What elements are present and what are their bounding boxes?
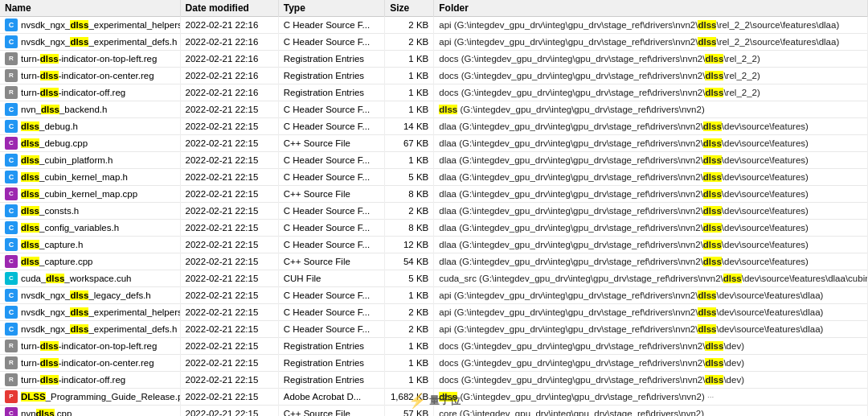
cell-folder: dlaa (G:\integdev_gpu_drv\integ\gpu_drv\… xyxy=(434,237,868,253)
cell-type: CUH File xyxy=(278,270,384,287)
cell-name: C nvsdk_ngx_dlss_experimental_defs.h xyxy=(0,321,180,338)
table-row[interactable]: R turn-dlss-indicator-on-top-left.reg 20… xyxy=(0,338,868,355)
file-name: turn-dlss-indicator-on-center.reg xyxy=(21,71,154,80)
cell-size: 57 KB xyxy=(385,406,434,417)
file-name: dlss_cubin_kernel_map.cpp xyxy=(21,189,137,199)
table-row[interactable]: C nvsdk_ngx_dlss_experimental_defs.h 202… xyxy=(0,34,868,51)
table-row[interactable]: C dlss_cubin_kernel_map.h 2022-02-21 22:… xyxy=(0,169,868,186)
table-row[interactable]: P DLSS_Programming_Guide_Release.pdf 202… xyxy=(0,389,868,406)
cell-size: 1 KB xyxy=(385,68,434,84)
cell-date: 2022-02-21 22:15 xyxy=(180,101,278,118)
table-row[interactable]: R turn-dlss-indicator-on-center.reg 2022… xyxy=(0,355,868,372)
folder-highlight: dlss xyxy=(698,20,716,30)
file-name: nvndlss.cpp xyxy=(21,409,72,416)
file-icon-group: C dlss_cubin_kernel_map.cpp xyxy=(5,187,137,200)
file-icon-group: C dlss_debug.h xyxy=(5,120,78,133)
cell-type: C Header Source F... xyxy=(278,169,384,186)
header-folder[interactable]: Folder xyxy=(434,0,868,17)
file-icon-group: C nvsdk_ngx_dlss_experimental_defs.h xyxy=(5,35,177,48)
cell-name: C nvsdk_ngx_dlss_experimental_defs.h xyxy=(0,34,180,51)
name-highlight: dlss xyxy=(21,206,39,216)
table-row[interactable]: C dlss_consts.h 2022-02-21 22:15C Header… xyxy=(0,203,868,220)
cell-date: 2022-02-21 22:16 xyxy=(180,68,278,84)
cuh-icon: C xyxy=(5,272,18,285)
cell-size: 1 KB xyxy=(385,51,434,68)
table-row[interactable]: C dlss_debug.cpp 2022-02-21 22:15C++ Sou… xyxy=(0,135,868,152)
cell-folder: dlaa (G:\integdev_gpu_drv\integ\gpu_drv\… xyxy=(434,152,868,169)
file-name: turn-dlss-indicator-off.reg xyxy=(21,88,125,97)
name-prefix: turn- xyxy=(21,88,40,97)
folder-highlight: dlss xyxy=(705,88,723,97)
cell-folder: dlss (G:\integdev_gpu_drv\integ\gpu_drv\… xyxy=(434,101,868,118)
table-row[interactable]: C dlss_capture.h 2022-02-21 22:15C Heade… xyxy=(0,237,868,253)
table-row[interactable]: C nvn_dlss_backend.h 2022-02-21 22:15C H… xyxy=(0,101,868,118)
reg-icon: R xyxy=(5,373,18,386)
table-row[interactable]: C dlss_debug.h 2022-02-21 22:15C Header … xyxy=(0,118,868,135)
table-row[interactable]: C nvsdk_ngx_dlss_experimental_defs.h 202… xyxy=(0,321,868,338)
cell-type: Registration Entries xyxy=(278,51,384,68)
cell-date: 2022-02-21 22:15 xyxy=(180,389,278,406)
cell-folder: dlaa (G:\integdev_gpu_drv\integ\gpu_drv\… xyxy=(434,135,868,152)
table-row[interactable]: C dlss_config_variables.h 2022-02-21 22:… xyxy=(0,220,868,237)
cell-size: 2 KB xyxy=(385,203,434,220)
file-name: turn-dlss-indicator-off.reg xyxy=(21,375,125,385)
cell-name: R turn-dlss-indicator-on-center.reg xyxy=(0,355,180,372)
table-row[interactable]: C cuda_dlss_workspace.cuh 2022-02-21 22:… xyxy=(0,270,868,287)
table-row[interactable]: R turn-dlss-indicator-off.reg 2022-02-21… xyxy=(0,84,868,101)
name-suffix: _cubin_kernel_map.cpp xyxy=(39,189,137,199)
cell-type: C Header Source F... xyxy=(278,17,384,34)
name-highlight: dlss xyxy=(21,257,39,266)
table-row[interactable]: C dlss_cubin_kernel_map.cpp 2022-02-21 2… xyxy=(0,186,868,203)
table-row[interactable]: C nvndlss.cpp 2022-02-21 22:15C++ Source… xyxy=(0,406,868,417)
cell-type: C Header Source F... xyxy=(278,304,384,321)
folder-highlight: dlss xyxy=(703,240,722,249)
name-suffix: _consts.h xyxy=(39,206,79,216)
folder-highlight: dlss xyxy=(703,172,722,182)
c-icon: C xyxy=(5,35,18,48)
table-row[interactable]: R turn-dlss-indicator-on-center.reg 2022… xyxy=(0,68,868,84)
cell-type: Registration Entries xyxy=(278,372,384,389)
file-name: nvsdk_ngx_dlss_experimental_defs.h xyxy=(21,37,177,47)
cell-size: 1 KB xyxy=(385,372,434,389)
file-icon-group: R turn-dlss-indicator-off.reg xyxy=(5,86,125,99)
c-icon: C xyxy=(5,171,18,183)
name-prefix: turn- xyxy=(21,54,40,64)
table-row[interactable]: R turn-dlss-indicator-on-top-left.reg 20… xyxy=(0,51,868,68)
table-row[interactable]: C nvsdk_ngx_dlss_experimental_helpers.h … xyxy=(0,17,868,34)
header-date[interactable]: Date modified xyxy=(180,0,278,17)
file-icon-group: R turn-dlss-indicator-on-top-left.reg xyxy=(5,340,157,352)
cell-type: C++ Source File xyxy=(278,406,384,417)
name-highlight: dlss xyxy=(70,307,88,317)
name-highlight: dlss xyxy=(40,358,59,368)
table-row[interactable]: R turn-dlss-indicator-off.reg 2022-02-21… xyxy=(0,372,868,389)
table-row[interactable]: C nvsdk_ngx_dlss_legacy_defs.h 2022-02-2… xyxy=(0,287,868,304)
cell-date: 2022-02-21 22:15 xyxy=(180,186,278,203)
cell-date: 2022-02-21 22:16 xyxy=(180,17,278,34)
file-name: dlss_consts.h xyxy=(21,206,79,216)
reg-icon: R xyxy=(5,69,18,82)
cell-size: 5 KB xyxy=(385,270,434,287)
cell-name: C dlss_cubin_kernel_map.cpp xyxy=(0,186,180,203)
file-icon-group: C dlss_cubin_kernel_map.h xyxy=(5,171,128,183)
folder-highlight: dlss xyxy=(703,155,722,165)
table-row[interactable]: C dlss_cubin_platform.h 2022-02-21 22:15… xyxy=(0,152,868,169)
name-highlight: dlss xyxy=(21,172,39,182)
file-name: dlss_debug.h xyxy=(21,122,78,131)
name-highlight: dlss xyxy=(41,105,59,114)
header-name[interactable]: Name xyxy=(0,0,180,17)
name-highlight: dlss xyxy=(70,290,88,300)
name-suffix: _workspace.cuh xyxy=(64,274,131,283)
table-row[interactable]: C dlss_capture.cpp 2022-02-21 22:15C++ S… xyxy=(0,253,868,270)
name-highlight: dlss xyxy=(70,37,88,47)
cell-date: 2022-02-21 22:15 xyxy=(180,304,278,321)
cell-size: 1 KB xyxy=(385,287,434,304)
header-type[interactable]: Type xyxy=(278,0,384,17)
cell-type: C Header Source F... xyxy=(278,237,384,253)
table-row[interactable]: C nvsdk_ngx_dlss_experimental_helpers.h … xyxy=(0,304,868,321)
file-icon-group: C dlss_cubin_platform.h xyxy=(5,154,113,167)
folder-highlight: dlss xyxy=(439,392,457,402)
name-suffix: _experimental_helpers.h xyxy=(88,307,180,317)
name-highlight: dlss xyxy=(21,240,39,249)
cpp-icon: C xyxy=(5,187,18,200)
header-size[interactable]: Size xyxy=(385,0,434,17)
